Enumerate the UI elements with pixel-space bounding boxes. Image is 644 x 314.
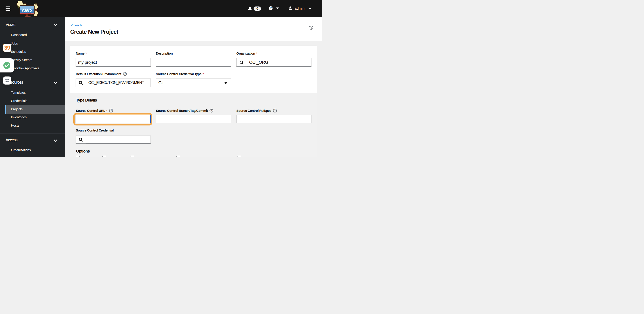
svg-text:AWX: AWX: [22, 8, 33, 14]
